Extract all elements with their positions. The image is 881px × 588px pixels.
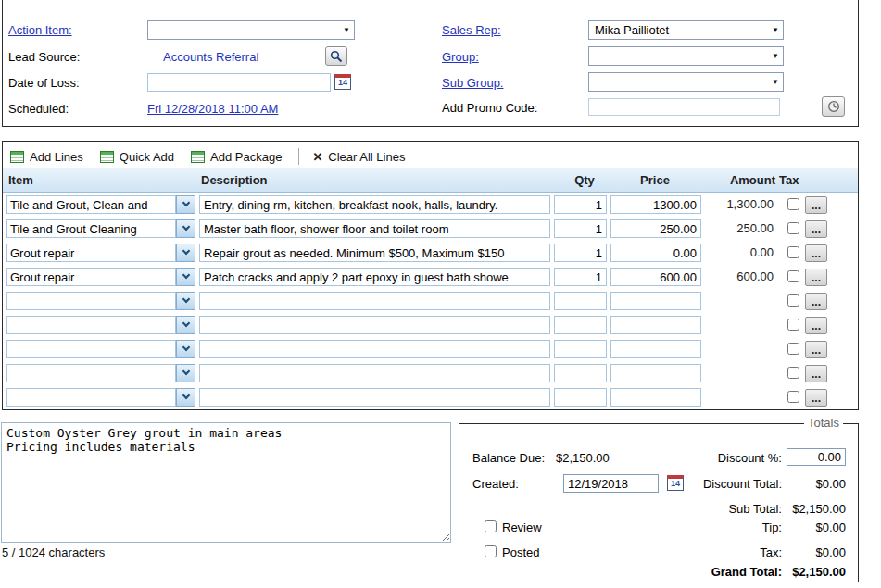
sales-rep-select[interactable]: Mika Pailliotet ▼	[588, 20, 784, 40]
sales-rep-label[interactable]: Sales Rep:	[442, 23, 501, 37]
qty-input[interactable]	[554, 219, 607, 238]
qty-input[interactable]	[554, 268, 607, 286]
tax-checkbox[interactable]	[787, 294, 799, 307]
action-item-label[interactable]: Action Item:	[8, 23, 72, 37]
qty-input[interactable]	[554, 195, 607, 214]
header-item: Item	[8, 173, 33, 187]
row-options-button[interactable]: ...	[805, 244, 827, 262]
price-input[interactable]	[610, 292, 701, 310]
order-notes-textarea[interactable]: Custom Oyster Grey grout in main areas P…	[1, 422, 451, 543]
qty-input[interactable]	[554, 244, 607, 262]
review-checkbox[interactable]	[485, 520, 497, 532]
description-input[interactable]	[199, 195, 550, 214]
row-options-button[interactable]: ...	[805, 365, 827, 382]
item-dropdown-button[interactable]	[176, 244, 195, 262]
promo-code-input[interactable]	[588, 98, 780, 116]
chevron-down-icon: ▼	[772, 26, 779, 34]
row-options-button[interactable]: ...	[805, 389, 827, 407]
tax-checkbox[interactable]	[787, 246, 799, 258]
description-input[interactable]	[199, 219, 550, 238]
item-dropdown-button[interactable]	[176, 268, 195, 286]
date-of-loss-input[interactable]	[147, 73, 331, 92]
clear-all-lines-button[interactable]: ✕ Clear All Lines	[312, 150, 405, 164]
price-input[interactable]	[610, 340, 701, 358]
item-dropdown-button[interactable]	[176, 340, 195, 358]
discount-pct-input[interactable]	[787, 448, 846, 466]
row-options-button[interactable]: ...	[805, 269, 827, 286]
description-input[interactable]	[199, 340, 550, 358]
item-dropdown-button[interactable]	[176, 316, 195, 334]
calendar-icon[interactable]: 14	[667, 475, 684, 491]
table-row-empty: ...	[3, 385, 858, 409]
add-package-button[interactable]: Add Package	[191, 150, 282, 164]
amount-value: 600.00	[701, 268, 774, 286]
item-dropdown-button[interactable]	[176, 388, 195, 407]
item-select[interactable]	[6, 316, 176, 334]
date-of-loss-label: Date of Loss:	[8, 76, 80, 90]
sub-group-select[interactable]: ▼	[588, 72, 784, 92]
row-options-button[interactable]: ...	[805, 293, 827, 310]
created-date-input[interactable]	[563, 474, 659, 493]
row-options-button[interactable]: ...	[805, 196, 827, 214]
price-input[interactable]	[610, 268, 701, 286]
item-dropdown-button[interactable]	[176, 364, 195, 382]
description-input[interactable]	[199, 388, 550, 407]
sub-group-label[interactable]: Sub Group:	[442, 76, 504, 90]
tax-checkbox[interactable]	[787, 270, 799, 282]
action-item-select[interactable]: ▼	[147, 20, 355, 40]
scheduled-link[interactable]: Fri 12/28/2018 11:00 AM	[147, 102, 278, 116]
add-lines-button[interactable]: Add Lines	[10, 150, 83, 164]
price-input[interactable]	[610, 195, 701, 214]
row-options-button[interactable]: ...	[805, 317, 827, 334]
tax-checkbox[interactable]	[787, 319, 799, 331]
price-input[interactable]	[610, 364, 701, 382]
qty-input[interactable]	[554, 388, 607, 407]
group-select[interactable]: ▼	[588, 46, 784, 66]
discount-total-value: $0.00	[815, 477, 846, 491]
item-select[interactable]: Grout repair	[6, 244, 176, 262]
group-label[interactable]: Group:	[442, 50, 479, 64]
item-select[interactable]: Tile and Grout, Clean and	[6, 195, 176, 214]
posted-label: Posted	[502, 545, 539, 559]
row-options-button[interactable]: ...	[805, 341, 827, 358]
tax-checkbox[interactable]	[787, 198, 799, 210]
lead-source-link[interactable]: Accounts Referral	[163, 50, 258, 64]
item-select[interactable]	[6, 292, 176, 310]
qty-input[interactable]	[554, 292, 607, 310]
item-select[interactable]: Tile and Grout Cleaning	[6, 219, 176, 238]
grand-total-label: Grand Total:	[711, 565, 782, 579]
tax-checkbox[interactable]	[787, 222, 799, 234]
price-input[interactable]	[610, 388, 701, 407]
item-select[interactable]	[6, 388, 176, 407]
tip-value: $0.00	[815, 520, 846, 534]
tax-checkbox[interactable]	[787, 391, 799, 403]
item-dropdown-button[interactable]	[176, 292, 195, 310]
add-package-label: Add Package	[210, 150, 282, 164]
description-input[interactable]	[199, 316, 550, 334]
item-dropdown-button[interactable]	[176, 195, 195, 214]
description-input[interactable]	[199, 268, 550, 286]
row-options-button[interactable]: ...	[805, 220, 827, 238]
tax-checkbox[interactable]	[787, 343, 799, 355]
price-input[interactable]	[610, 219, 701, 238]
lead-source-search-button[interactable]	[325, 46, 347, 66]
posted-checkbox[interactable]	[485, 545, 497, 557]
calendar-icon[interactable]: 14	[334, 74, 351, 90]
qty-input[interactable]	[554, 364, 607, 382]
quick-add-button[interactable]: Quick Add	[100, 150, 174, 164]
table-row: Grout repair 600.00 ...	[3, 265, 858, 289]
price-input[interactable]	[610, 244, 701, 262]
item-select[interactable]	[6, 364, 176, 382]
description-input[interactable]	[199, 244, 550, 262]
item-dropdown-button[interactable]	[176, 219, 195, 238]
qty-input[interactable]	[554, 340, 607, 358]
qty-input[interactable]	[554, 316, 607, 334]
chevron-down-icon	[182, 247, 189, 255]
promo-history-button[interactable]	[822, 96, 845, 117]
item-select[interactable]: Grout repair	[6, 268, 176, 286]
description-input[interactable]	[199, 292, 550, 310]
price-input[interactable]	[610, 316, 701, 334]
item-select[interactable]	[6, 340, 176, 358]
description-input[interactable]	[199, 364, 550, 382]
tax-checkbox[interactable]	[787, 367, 799, 379]
